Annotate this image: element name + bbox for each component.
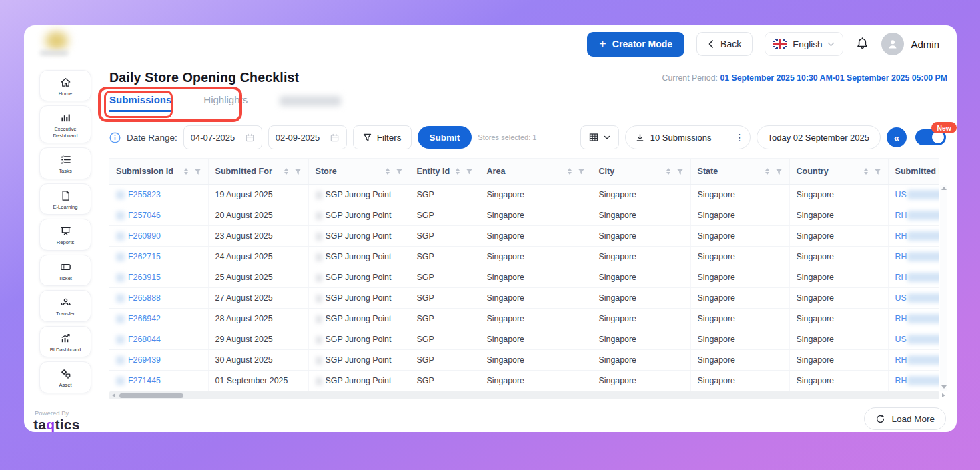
- sort-icon[interactable]: [183, 167, 189, 176]
- submission-id-link[interactable]: F260990: [128, 231, 161, 241]
- scroll-up-arrow[interactable]: [941, 187, 947, 190]
- sidebar-item-ticket[interactable]: Ticket: [39, 255, 91, 286]
- redacted-blur: [116, 191, 125, 199]
- sort-icon[interactable]: [566, 167, 573, 176]
- view-mode-dropdown[interactable]: [580, 125, 619, 149]
- taqtics-logo: taqtics: [32, 417, 80, 432]
- sidebar-item-transfer[interactable]: Transfer: [39, 290, 91, 321]
- submission-id-link[interactable]: F268044: [128, 335, 161, 344]
- sidebar-item-bi-dashboard[interactable]: BI Dashboard: [39, 326, 91, 357]
- submission-id-link[interactable]: F266942: [128, 314, 161, 323]
- table-row[interactable]: F255823 19 August 2025 SGP Jurong Point …: [109, 185, 939, 205]
- redacted-blur: [907, 335, 939, 344]
- column-header-submitted-by[interactable]: Submitted By: [888, 159, 939, 185]
- filters-button[interactable]: Filters: [353, 125, 412, 149]
- city-cell: Singapore: [592, 247, 690, 267]
- country-cell: Singapore: [789, 226, 888, 247]
- sidebar-item-home[interactable]: Home: [39, 70, 91, 101]
- vertical-scrollbar[interactable]: [940, 185, 947, 391]
- load-more-button[interactable]: Load More: [864, 407, 946, 430]
- sidebar-item-reports[interactable]: Reports: [39, 219, 91, 250]
- filter-icon[interactable]: [294, 168, 302, 175]
- sidebar-item-elearning[interactable]: E-Learning: [39, 183, 91, 215]
- sort-icon[interactable]: [665, 167, 672, 176]
- redacted-blur: [907, 211, 939, 220]
- column-header-city[interactable]: City: [592, 159, 690, 185]
- sort-icon[interactable]: [863, 167, 869, 176]
- table-row[interactable]: F262715 24 August 2025 SGP Jurong Point …: [109, 247, 939, 267]
- table-row[interactable]: F260990 23 August 2025 SGP Jurong Point …: [109, 226, 939, 247]
- filter-icon[interactable]: [775, 168, 783, 175]
- filter-icon[interactable]: [466, 168, 473, 175]
- submitted-by-cell: USUE: [888, 185, 939, 205]
- scroll-left-arrow[interactable]: [112, 393, 115, 397]
- redacted-blur: [907, 231, 939, 241]
- creator-mode-button[interactable]: + Creator Mode: [587, 32, 684, 57]
- country-cell: Singapore: [789, 329, 888, 350]
- submit-button[interactable]: Submit: [418, 126, 472, 149]
- sort-icon[interactable]: [454, 167, 461, 176]
- submitted-for-cell: 27 August 2025: [208, 288, 308, 309]
- language-selector[interactable]: English: [765, 32, 843, 56]
- new-badge: New: [931, 122, 957, 133]
- tab-highlights[interactable]: Highlights: [203, 94, 248, 110]
- submission-id-link[interactable]: F262715: [128, 252, 161, 261]
- submission-id-link[interactable]: F263915: [128, 273, 161, 282]
- filter-icon[interactable]: [874, 168, 881, 175]
- notifications-bell-icon[interactable]: [855, 37, 869, 51]
- column-header-submitted-for[interactable]: Submitted For: [208, 159, 308, 185]
- table-row[interactable]: F263915 25 August 2025 SGP Jurong Point …: [109, 267, 939, 288]
- entity-id-cell: SGP: [410, 371, 480, 391]
- filter-icon[interactable]: [194, 168, 201, 175]
- submission-id-cell: F268044: [109, 329, 208, 350]
- sidebar-item-asset[interactable]: Asset: [39, 361, 91, 393]
- submitted-by-cell: USUE: [888, 288, 939, 309]
- user-menu[interactable]: Admin: [881, 33, 939, 55]
- country-cell: Singapore: [789, 185, 888, 205]
- table-row[interactable]: F257046 20 August 2025 SGP Jurong Point …: [109, 205, 939, 226]
- kebab-menu-icon[interactable]: ⋮: [730, 132, 750, 143]
- submission-id-link[interactable]: F257046: [128, 211, 161, 220]
- city-cell: Singapore: [592, 350, 690, 371]
- column-header-entity-id[interactable]: Entity Id: [410, 159, 480, 185]
- submission-id-link[interactable]: F271445: [128, 376, 161, 385]
- date-from-input[interactable]: 04-07-2025: [183, 125, 262, 149]
- column-header-country[interactable]: Country: [789, 159, 888, 185]
- table-grid-icon: [588, 132, 599, 143]
- column-header-area[interactable]: Area: [480, 159, 592, 185]
- sidebar-item-tasks[interactable]: Tasks: [39, 147, 91, 179]
- download-submissions-button[interactable]: 10 Submissions ⋮: [625, 125, 751, 149]
- table-row[interactable]: F269439 30 August 2025 SGP Jurong Point …: [109, 350, 939, 371]
- submission-id-link[interactable]: F255823: [128, 190, 161, 199]
- back-button[interactable]: Back: [696, 32, 753, 56]
- column-header-store[interactable]: Store: [308, 159, 410, 185]
- scroll-down-arrow[interactable]: [941, 385, 947, 389]
- scroll-right-arrow[interactable]: [942, 393, 945, 397]
- info-icon[interactable]: [109, 132, 121, 143]
- sort-icon[interactable]: [764, 167, 771, 176]
- submission-id-link[interactable]: F269439: [128, 355, 161, 365]
- state-cell: Singapore: [690, 371, 789, 391]
- tab-submissions[interactable]: Submissions: [109, 94, 171, 112]
- column-header-state[interactable]: State: [690, 159, 789, 185]
- horizontal-scrollbar[interactable]: [109, 391, 939, 399]
- table-row[interactable]: F266942 28 August 2025 SGP Jurong Point …: [109, 309, 939, 329]
- table-row[interactable]: F268044 29 August 2025 SGP Jurong Point …: [109, 329, 939, 350]
- today-date-button[interactable]: Today 02 September 2025: [757, 125, 881, 149]
- filter-icon[interactable]: [396, 168, 403, 175]
- date-to-input[interactable]: 02-09-2025: [268, 125, 347, 149]
- table-row[interactable]: F265888 27 August 2025 SGP Jurong Point …: [109, 288, 939, 309]
- city-cell: Singapore: [592, 205, 690, 226]
- filter-icon[interactable]: [578, 168, 585, 175]
- ticket-icon: [59, 261, 72, 273]
- redacted-blur: [907, 273, 939, 282]
- filter-icon[interactable]: [676, 168, 684, 175]
- sidebar-item-executive-dashboard[interactable]: Executive Dashboard: [39, 105, 91, 143]
- scrollbar-thumb[interactable]: [119, 393, 183, 398]
- table-row[interactable]: F271445 01 September 2025 SGP Jurong Poi…: [109, 371, 939, 391]
- column-header-submission-id[interactable]: Submission Id: [109, 159, 208, 185]
- sort-icon[interactable]: [384, 167, 391, 176]
- sort-icon[interactable]: [283, 167, 290, 176]
- submission-id-link[interactable]: F265888: [128, 293, 161, 303]
- collapse-panel-button[interactable]: «: [887, 127, 907, 147]
